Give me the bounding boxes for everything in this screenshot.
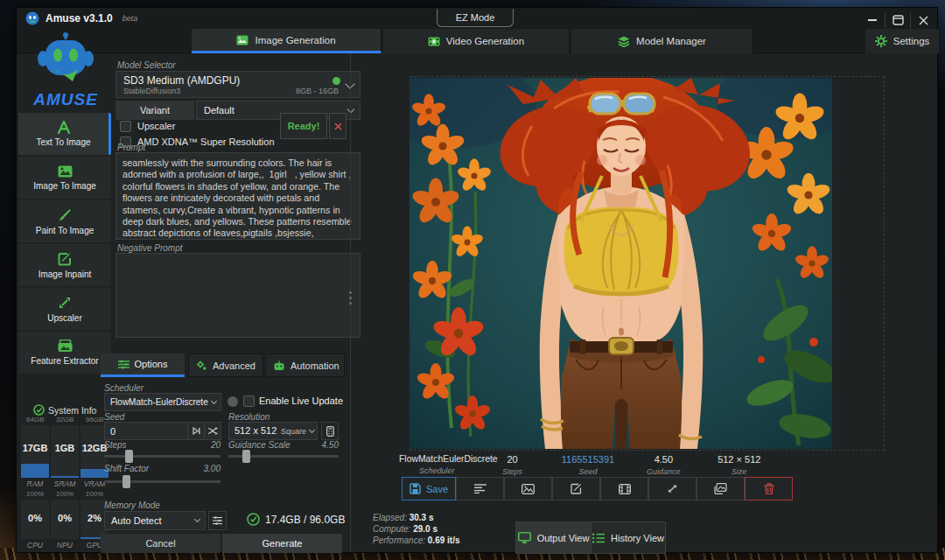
seed-input[interactable] bbox=[105, 423, 189, 439]
result-guidance: 4.50 Guidance bbox=[626, 454, 701, 476]
chevron-down-icon bbox=[211, 398, 217, 404]
use-as-input-image-button[interactable] bbox=[504, 477, 552, 500]
tab-automation[interactable]: Automation bbox=[265, 354, 345, 377]
tab-model-manager[interactable]: Model Manager bbox=[571, 29, 753, 53]
elapsed-stat: Elapsed: 30.3 s bbox=[373, 513, 434, 522]
guidance-slider[interactable] bbox=[228, 450, 339, 463]
random-seed-button[interactable] bbox=[204, 423, 220, 439]
shift-factor-slider-handle[interactable] bbox=[122, 475, 130, 488]
gear-icon bbox=[875, 35, 887, 47]
live-update-checkbox[interactable] bbox=[243, 396, 255, 407]
edit-image-button[interactable] bbox=[552, 477, 600, 500]
model-status-dot bbox=[332, 77, 340, 85]
scheduler-dropdown[interactable]: FlowMatch-EulerDiscrete bbox=[104, 393, 221, 411]
seed-link[interactable]: 1165515391 bbox=[550, 454, 626, 465]
letter-a-icon bbox=[57, 121, 71, 134]
sidebar-item-image-inpaint[interactable]: Image Inpaint bbox=[18, 244, 111, 286]
image-icon bbox=[236, 35, 248, 46]
resolution-preset-dropdown[interactable]: Square bbox=[266, 423, 318, 439]
minimize-button[interactable] bbox=[859, 12, 885, 28]
settings-button[interactable]: Settings bbox=[865, 29, 939, 53]
history-view-button[interactable]: History View bbox=[591, 522, 665, 553]
upscaler-checkbox[interactable] bbox=[120, 121, 131, 132]
resize-arrows-icon bbox=[58, 296, 72, 310]
model-size: 8GB - 16GB bbox=[296, 87, 339, 95]
beta-tag: beta bbox=[122, 14, 138, 23]
result-steps: 20 Steps bbox=[474, 454, 550, 476]
upscale-image-button[interactable] bbox=[648, 477, 696, 500]
maximize-icon bbox=[892, 15, 904, 25]
shift-factor-slider[interactable] bbox=[104, 475, 220, 488]
divider-drag-handle[interactable] bbox=[348, 286, 353, 309]
ram-label: RAM bbox=[21, 480, 49, 488]
maximize-button[interactable] bbox=[885, 12, 910, 28]
upscale-arrows-icon bbox=[667, 483, 678, 494]
xdna-label: AMD XDNA™ Super Resolution bbox=[137, 136, 275, 147]
cpu-meter: 0% bbox=[21, 500, 49, 539]
memory-mode-dropdown[interactable]: Auto Detect bbox=[104, 511, 206, 530]
live-update-status-dot bbox=[228, 396, 238, 407]
guidance-slider-handle[interactable] bbox=[242, 450, 250, 463]
output-view-button[interactable]: Output View bbox=[516, 522, 591, 553]
edit-square-icon bbox=[58, 252, 72, 266]
variant-label: Variant bbox=[116, 101, 194, 120]
reuse-seed-button[interactable] bbox=[187, 423, 204, 439]
compute-stat: Compute: 29.0 s bbox=[373, 524, 438, 534]
prompt-textarea[interactable]: seamlessly with the surrounding colors. … bbox=[116, 152, 360, 240]
model-type: StableDiffusion3 bbox=[123, 87, 180, 95]
generate-button[interactable]: Generate bbox=[222, 534, 342, 553]
robot-icon bbox=[273, 360, 285, 371]
negative-prompt-label: Negative Prompt bbox=[117, 243, 182, 253]
performance-stat: Performance: 0.69 it/s bbox=[373, 536, 460, 545]
result-scheduler: FlowMatchEulerDiscrete Scheduler bbox=[399, 454, 474, 476]
sidebar-item-image-to-image[interactable]: Image To Image bbox=[18, 157, 111, 199]
cpu-max: 100% bbox=[21, 490, 49, 498]
delete-button[interactable] bbox=[745, 477, 793, 500]
sliders-icon bbox=[118, 360, 130, 369]
brush-icon bbox=[58, 208, 72, 222]
to-video-button[interactable] bbox=[600, 477, 648, 500]
tab-options[interactable]: Options bbox=[101, 354, 185, 377]
seed-label: Seed bbox=[104, 412, 124, 422]
monitor-icon bbox=[518, 532, 531, 543]
steps-slider[interactable] bbox=[104, 450, 220, 463]
shift-factor-label: Shift Factor bbox=[104, 464, 149, 473]
ram-max: 64GB bbox=[21, 416, 49, 424]
memory-options-button[interactable] bbox=[208, 511, 227, 530]
model-selector-label: Model Selector bbox=[117, 60, 176, 70]
ez-mode-button[interactable]: EZ Mode bbox=[437, 9, 514, 27]
logo-text: AMUSE bbox=[25, 90, 106, 109]
memory-usage-value: 17.4GB / 96.0GB bbox=[265, 514, 345, 526]
app-icon bbox=[25, 11, 39, 25]
window-controls bbox=[859, 12, 935, 28]
resolution-calculator-button[interactable] bbox=[321, 422, 339, 440]
save-button[interactable]: Save bbox=[402, 477, 456, 500]
image-icon bbox=[522, 484, 535, 494]
sidebar-item-feature-extractor[interactable]: Feature Extractor bbox=[18, 332, 111, 374]
image-to-image-button[interactable] bbox=[696, 477, 745, 500]
sidebar-item-upscaler[interactable]: Upscaler bbox=[18, 288, 111, 330]
tab-video-generation[interactable]: Video Generation bbox=[383, 29, 570, 53]
shuffle-icon bbox=[208, 427, 218, 435]
negative-prompt-textarea[interactable] bbox=[116, 253, 360, 338]
list-icon bbox=[592, 533, 605, 543]
tab-advanced[interactable]: Advanced bbox=[188, 354, 263, 377]
ready-button[interactable]: Ready! bbox=[280, 113, 327, 139]
close-button[interactable] bbox=[910, 12, 935, 28]
check-circle-icon bbox=[247, 513, 260, 526]
sidebar-item-paint-to-image[interactable]: Paint To Image bbox=[18, 200, 111, 242]
cancel-button[interactable]: Cancel bbox=[101, 534, 220, 553]
prompt-details-button[interactable] bbox=[456, 477, 504, 500]
guidance-label: Guidance Scale bbox=[228, 440, 290, 450]
sidebar-item-text-to-image[interactable]: Text To Image bbox=[18, 113, 111, 155]
image-copy-icon bbox=[714, 483, 727, 494]
prompt-label: Prompt bbox=[117, 143, 145, 152]
npu-label: NPU bbox=[51, 541, 79, 550]
tab-image-generation[interactable]: Image Generation bbox=[192, 29, 382, 53]
memory-usage: 17.4GB / 96.0GB bbox=[247, 513, 345, 526]
model-selector-dropdown[interactable]: SD3 Medium (AMDGPU) StableDiffusion3 8GB… bbox=[116, 71, 360, 98]
text-lines-icon bbox=[474, 484, 486, 494]
steps-slider-handle[interactable] bbox=[125, 450, 133, 463]
result-size: 512 × 512 Size bbox=[702, 454, 777, 476]
unload-model-button[interactable] bbox=[329, 113, 346, 139]
